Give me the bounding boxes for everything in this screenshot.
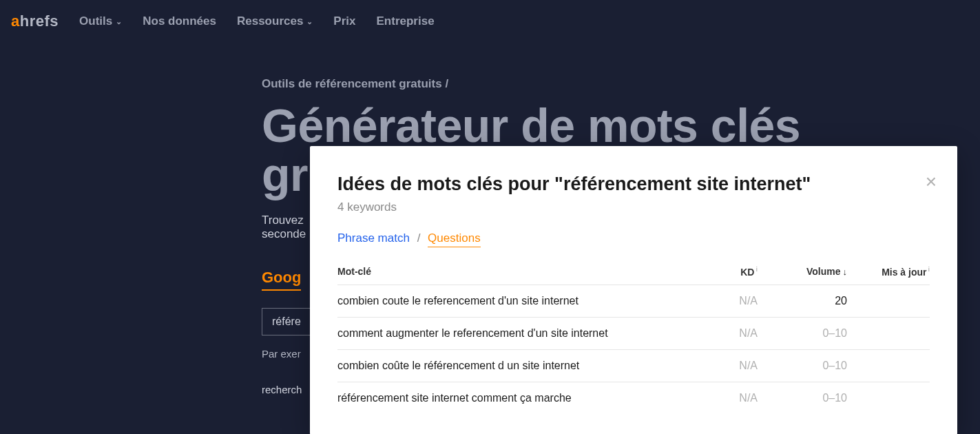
breadcrumb[interactable]: Outils de référencement gratuits / [262,77,980,91]
nav-data[interactable]: Nos données [143,14,216,28]
main-nav: Outils ⌄ Nos données Ressources ⌄ Prix E… [79,14,435,28]
cell-keyword: combien coute le referencement d'un site… [337,295,689,307]
nav-enterprise[interactable]: Entreprise [377,14,435,28]
col-header-keyword[interactable]: Mot-clé [337,266,689,278]
cell-kd: N/A [689,360,758,372]
tab-questions[interactable]: Questions [428,231,481,247]
col-header-volume[interactable]: Volume↓ [758,266,847,278]
nav-resources-label: Ressources [237,14,303,28]
nav-data-label: Nos données [143,14,216,28]
keyword-ideas-modal: × Idées de mots clés pour "référencement… [310,146,957,434]
cell-keyword: comment augmenter le referencement d'un … [337,327,689,340]
nav-tools[interactable]: Outils ⌄ [79,14,122,28]
table-row[interactable]: comment augmenter le referencement d'un … [337,317,930,349]
modal-title: Idées de mots clés pour "référencement s… [337,174,930,195]
nav-tools-label: Outils [79,14,112,28]
col-header-updated[interactable]: Mis à jouri [847,266,930,278]
close-icon[interactable]: × [926,172,937,192]
table-row[interactable]: combien coute le referencement d'un site… [337,285,930,317]
nav-pricing[interactable]: Prix [333,14,355,28]
chevron-down-icon: ⌄ [116,17,122,26]
cell-volume: 0–10 [758,327,847,340]
cell-kd: N/A [689,327,758,340]
modal-subtitle: 4 keywords [337,200,930,214]
engine-tab-google[interactable]: Goog [262,269,301,291]
table-row[interactable]: combien coûte le référencement d un site… [337,349,930,382]
info-icon: i [928,266,930,273]
nav-enterprise-label: Entreprise [377,14,435,28]
cell-volume: 20 [758,295,847,307]
cell-volume: 0–10 [758,360,847,372]
cell-keyword: combien coûte le référencement d un site… [337,360,689,372]
cell-kd: N/A [689,295,758,307]
nav-pricing-label: Prix [333,14,355,28]
logo-letter-a: a [11,12,20,30]
chevron-down-icon: ⌄ [306,17,313,26]
logo[interactable]: ahrefs [11,12,59,30]
col-header-kd[interactable]: KDi [689,266,758,278]
cell-keyword: référencement site internet comment ça m… [337,392,689,404]
cell-volume: 0–10 [758,392,847,404]
table-body: combien coute le referencement d'un site… [337,285,930,414]
table-row[interactable]: référencement site internet comment ça m… [337,382,930,414]
modal-tabs: Phrase match / Questions [337,231,930,245]
tab-separator: / [417,231,421,245]
nav-resources[interactable]: Ressources ⌄ [237,14,313,28]
tab-phrase-match[interactable]: Phrase match [337,231,410,245]
cell-kd: N/A [689,392,758,404]
table-header: Mot-clé KDi Volume↓ Mis à jouri [337,259,930,285]
header: ahrefs Outils ⌄ Nos données Ressources ⌄… [0,0,980,43]
logo-rest: hrefs [20,12,59,30]
